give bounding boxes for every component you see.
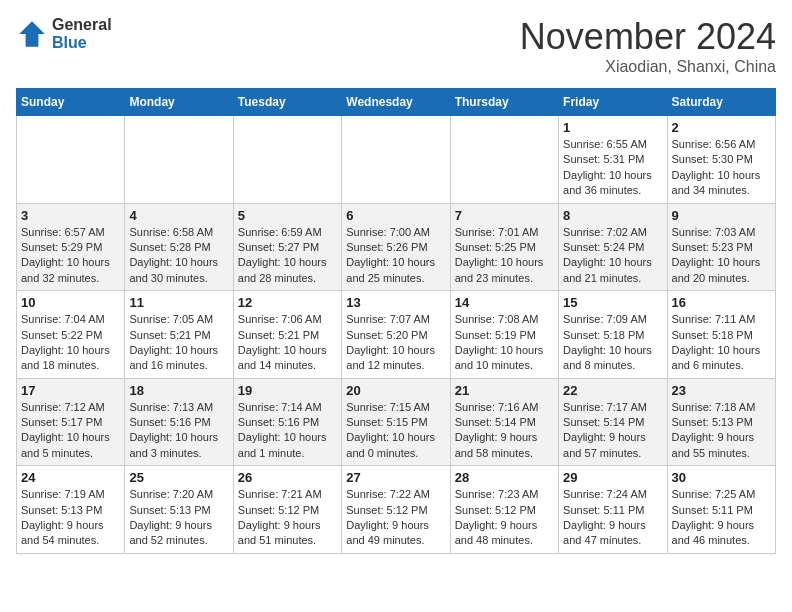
calendar-cell: 12Sunrise: 7:06 AM Sunset: 5:21 PM Dayli… bbox=[233, 291, 341, 379]
calendar-cell: 3Sunrise: 6:57 AM Sunset: 5:29 PM Daylig… bbox=[17, 203, 125, 291]
calendar-cell: 18Sunrise: 7:13 AM Sunset: 5:16 PM Dayli… bbox=[125, 378, 233, 466]
calendar-cell: 8Sunrise: 7:02 AM Sunset: 5:24 PM Daylig… bbox=[559, 203, 667, 291]
svg-marker-0 bbox=[19, 21, 45, 47]
day-number: 24 bbox=[21, 470, 120, 485]
day-header-wednesday: Wednesday bbox=[342, 89, 450, 116]
calendar-cell bbox=[233, 116, 341, 204]
day-header-sunday: Sunday bbox=[17, 89, 125, 116]
day-number: 29 bbox=[563, 470, 662, 485]
day-info: Sunrise: 7:06 AM Sunset: 5:21 PM Dayligh… bbox=[238, 312, 337, 374]
week-row-5: 24Sunrise: 7:19 AM Sunset: 5:13 PM Dayli… bbox=[17, 466, 776, 554]
day-number: 6 bbox=[346, 208, 445, 223]
day-number: 30 bbox=[672, 470, 771, 485]
logo: General Blue bbox=[16, 16, 112, 51]
page-header: General Blue November 2024 Xiaodian, Sha… bbox=[16, 16, 776, 76]
day-header-thursday: Thursday bbox=[450, 89, 558, 116]
day-info: Sunrise: 7:18 AM Sunset: 5:13 PM Dayligh… bbox=[672, 400, 771, 462]
day-info: Sunrise: 7:23 AM Sunset: 5:12 PM Dayligh… bbox=[455, 487, 554, 549]
day-number: 11 bbox=[129, 295, 228, 310]
day-number: 1 bbox=[563, 120, 662, 135]
logo-blue-text: Blue bbox=[52, 34, 112, 52]
day-info: Sunrise: 7:17 AM Sunset: 5:14 PM Dayligh… bbox=[563, 400, 662, 462]
day-number: 2 bbox=[672, 120, 771, 135]
calendar-cell: 2Sunrise: 6:56 AM Sunset: 5:30 PM Daylig… bbox=[667, 116, 775, 204]
day-number: 22 bbox=[563, 383, 662, 398]
month-title: November 2024 bbox=[520, 16, 776, 58]
calendar-cell: 11Sunrise: 7:05 AM Sunset: 5:21 PM Dayli… bbox=[125, 291, 233, 379]
day-header-saturday: Saturday bbox=[667, 89, 775, 116]
day-info: Sunrise: 7:14 AM Sunset: 5:16 PM Dayligh… bbox=[238, 400, 337, 462]
day-info: Sunrise: 7:15 AM Sunset: 5:15 PM Dayligh… bbox=[346, 400, 445, 462]
calendar-cell bbox=[342, 116, 450, 204]
logo-general: General bbox=[52, 16, 112, 34]
calendar-cell: 26Sunrise: 7:21 AM Sunset: 5:12 PM Dayli… bbox=[233, 466, 341, 554]
day-info: Sunrise: 7:16 AM Sunset: 5:14 PM Dayligh… bbox=[455, 400, 554, 462]
day-number: 26 bbox=[238, 470, 337, 485]
logo-icon bbox=[16, 18, 48, 50]
calendar-cell: 30Sunrise: 7:25 AM Sunset: 5:11 PM Dayli… bbox=[667, 466, 775, 554]
day-info: Sunrise: 7:05 AM Sunset: 5:21 PM Dayligh… bbox=[129, 312, 228, 374]
calendar-cell: 1Sunrise: 6:55 AM Sunset: 5:31 PM Daylig… bbox=[559, 116, 667, 204]
calendar-cell: 29Sunrise: 7:24 AM Sunset: 5:11 PM Dayli… bbox=[559, 466, 667, 554]
day-number: 10 bbox=[21, 295, 120, 310]
day-info: Sunrise: 7:21 AM Sunset: 5:12 PM Dayligh… bbox=[238, 487, 337, 549]
day-number: 4 bbox=[129, 208, 228, 223]
calendar-cell: 14Sunrise: 7:08 AM Sunset: 5:19 PM Dayli… bbox=[450, 291, 558, 379]
calendar-cell: 9Sunrise: 7:03 AM Sunset: 5:23 PM Daylig… bbox=[667, 203, 775, 291]
day-header-friday: Friday bbox=[559, 89, 667, 116]
day-number: 25 bbox=[129, 470, 228, 485]
calendar-table: SundayMondayTuesdayWednesdayThursdayFrid… bbox=[16, 88, 776, 554]
calendar-cell: 15Sunrise: 7:09 AM Sunset: 5:18 PM Dayli… bbox=[559, 291, 667, 379]
day-number: 27 bbox=[346, 470, 445, 485]
day-info: Sunrise: 7:00 AM Sunset: 5:26 PM Dayligh… bbox=[346, 225, 445, 287]
location: Xiaodian, Shanxi, China bbox=[520, 58, 776, 76]
day-number: 13 bbox=[346, 295, 445, 310]
day-info: Sunrise: 7:25 AM Sunset: 5:11 PM Dayligh… bbox=[672, 487, 771, 549]
day-number: 3 bbox=[21, 208, 120, 223]
logo-text: General Blue bbox=[52, 16, 112, 51]
calendar-header: SundayMondayTuesdayWednesdayThursdayFrid… bbox=[17, 89, 776, 116]
day-info: Sunrise: 7:08 AM Sunset: 5:19 PM Dayligh… bbox=[455, 312, 554, 374]
day-number: 15 bbox=[563, 295, 662, 310]
day-number: 9 bbox=[672, 208, 771, 223]
day-info: Sunrise: 7:03 AM Sunset: 5:23 PM Dayligh… bbox=[672, 225, 771, 287]
day-info: Sunrise: 7:01 AM Sunset: 5:25 PM Dayligh… bbox=[455, 225, 554, 287]
header-row: SundayMondayTuesdayWednesdayThursdayFrid… bbox=[17, 89, 776, 116]
calendar-cell: 19Sunrise: 7:14 AM Sunset: 5:16 PM Dayli… bbox=[233, 378, 341, 466]
day-info: Sunrise: 6:55 AM Sunset: 5:31 PM Dayligh… bbox=[563, 137, 662, 199]
title-block: November 2024 Xiaodian, Shanxi, China bbox=[520, 16, 776, 76]
day-number: 18 bbox=[129, 383, 228, 398]
day-header-monday: Monday bbox=[125, 89, 233, 116]
day-info: Sunrise: 6:59 AM Sunset: 5:27 PM Dayligh… bbox=[238, 225, 337, 287]
day-info: Sunrise: 7:09 AM Sunset: 5:18 PM Dayligh… bbox=[563, 312, 662, 374]
day-number: 5 bbox=[238, 208, 337, 223]
day-number: 21 bbox=[455, 383, 554, 398]
week-row-3: 10Sunrise: 7:04 AM Sunset: 5:22 PM Dayli… bbox=[17, 291, 776, 379]
day-info: Sunrise: 7:02 AM Sunset: 5:24 PM Dayligh… bbox=[563, 225, 662, 287]
day-number: 7 bbox=[455, 208, 554, 223]
day-number: 14 bbox=[455, 295, 554, 310]
calendar-cell: 20Sunrise: 7:15 AM Sunset: 5:15 PM Dayli… bbox=[342, 378, 450, 466]
calendar-cell bbox=[450, 116, 558, 204]
day-info: Sunrise: 6:57 AM Sunset: 5:29 PM Dayligh… bbox=[21, 225, 120, 287]
day-number: 19 bbox=[238, 383, 337, 398]
day-number: 20 bbox=[346, 383, 445, 398]
calendar-body: 1Sunrise: 6:55 AM Sunset: 5:31 PM Daylig… bbox=[17, 116, 776, 554]
calendar-cell: 28Sunrise: 7:23 AM Sunset: 5:12 PM Dayli… bbox=[450, 466, 558, 554]
day-number: 23 bbox=[672, 383, 771, 398]
calendar-cell: 25Sunrise: 7:20 AM Sunset: 5:13 PM Dayli… bbox=[125, 466, 233, 554]
day-info: Sunrise: 7:24 AM Sunset: 5:11 PM Dayligh… bbox=[563, 487, 662, 549]
day-info: Sunrise: 7:13 AM Sunset: 5:16 PM Dayligh… bbox=[129, 400, 228, 462]
day-info: Sunrise: 7:22 AM Sunset: 5:12 PM Dayligh… bbox=[346, 487, 445, 549]
day-number: 16 bbox=[672, 295, 771, 310]
day-number: 8 bbox=[563, 208, 662, 223]
day-info: Sunrise: 7:20 AM Sunset: 5:13 PM Dayligh… bbox=[129, 487, 228, 549]
calendar-cell: 5Sunrise: 6:59 AM Sunset: 5:27 PM Daylig… bbox=[233, 203, 341, 291]
calendar-cell: 16Sunrise: 7:11 AM Sunset: 5:18 PM Dayli… bbox=[667, 291, 775, 379]
calendar-cell bbox=[17, 116, 125, 204]
week-row-2: 3Sunrise: 6:57 AM Sunset: 5:29 PM Daylig… bbox=[17, 203, 776, 291]
day-info: Sunrise: 7:07 AM Sunset: 5:20 PM Dayligh… bbox=[346, 312, 445, 374]
day-number: 28 bbox=[455, 470, 554, 485]
calendar-cell: 27Sunrise: 7:22 AM Sunset: 5:12 PM Dayli… bbox=[342, 466, 450, 554]
calendar-cell bbox=[125, 116, 233, 204]
